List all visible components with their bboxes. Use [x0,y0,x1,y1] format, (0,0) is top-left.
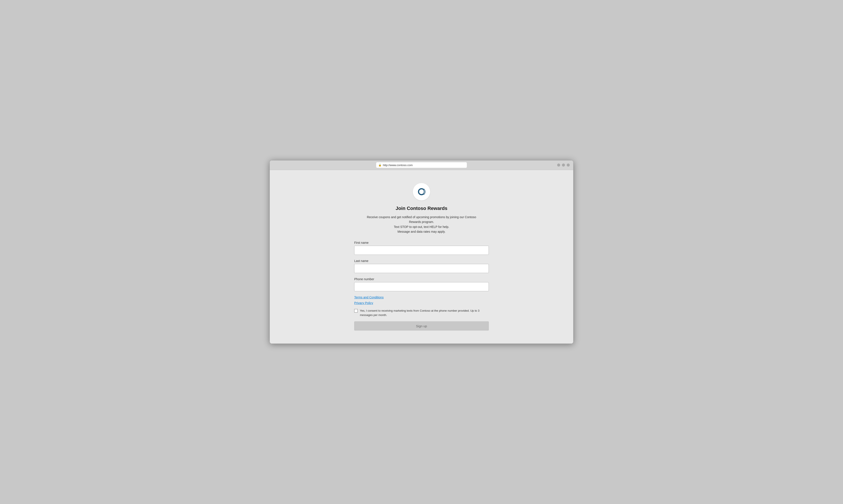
description-line3: Message and data rates may apply. [398,230,446,233]
browser-window: 🔒 http://www.contoso.com Join Contoso Re… [270,160,573,344]
phone-group: Phone number [354,277,489,291]
browser-controls [557,163,570,166]
address-url: http://www.contoso.com [383,163,413,167]
first-name-group: First name [354,241,489,255]
consent-row: Yes, I consent to receiving marketing te… [354,309,489,317]
browser-dot-2 [562,163,565,166]
browser-dot-1 [557,163,560,166]
address-bar[interactable]: 🔒 http://www.contoso.com [376,162,467,168]
page-description: Receive coupons and get notified of upco… [361,215,482,234]
page-title: Join Contoso Rewards [396,205,447,211]
description-line2: Text STOP to opt-out, text HELP for help… [394,225,449,229]
terms-and-conditions-link[interactable]: Terms and Conditions [354,295,489,299]
first-name-label: First name [354,241,489,245]
description-line1: Receive coupons and get notified of upco… [367,215,476,223]
first-name-input[interactable] [354,246,489,255]
lock-icon: 🔒 [378,163,382,166]
last-name-input[interactable] [354,264,489,273]
phone-label: Phone number [354,277,489,281]
browser-dot-3 [567,163,570,166]
consent-checkbox[interactable] [354,309,358,312]
contoso-logo [416,186,427,197]
signup-button[interactable]: Sign up [354,321,489,330]
last-name-group: Last name [354,259,489,273]
consent-text: Yes, I consent to receiving marketing te… [360,309,489,317]
form-container: First name Last name Phone number Terms … [354,241,489,330]
browser-titlebar: 🔒 http://www.contoso.com [270,161,573,170]
browser-content: Join Contoso Rewards Receive coupons and… [270,170,573,344]
privacy-policy-link[interactable]: Privacy Policy [354,301,489,305]
links-section: Terms and Conditions Privacy Policy [354,295,489,305]
phone-input[interactable] [354,282,489,291]
logo-circle [413,183,430,200]
last-name-label: Last name [354,259,489,263]
page-container: Join Contoso Rewards Receive coupons and… [354,183,489,331]
